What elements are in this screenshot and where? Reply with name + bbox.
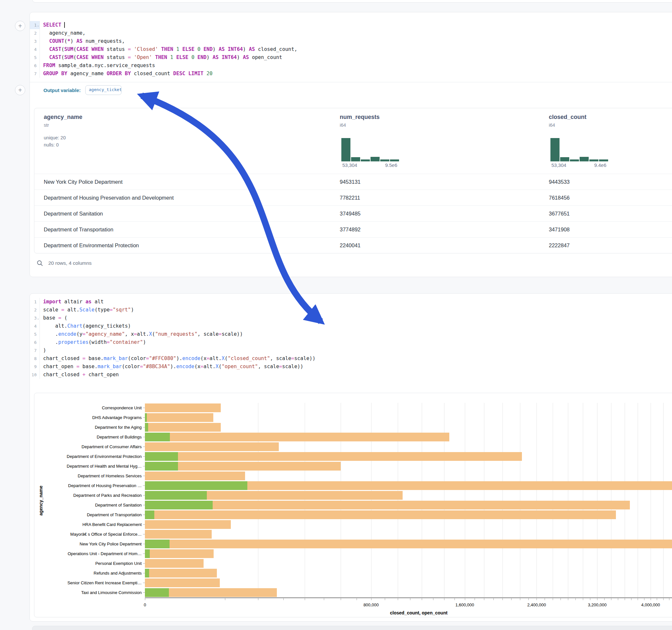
python-line[interactable]: 4 alt.Chart(agency_tickets) [30, 322, 646, 330]
python-line[interactable]: 7) [30, 346, 646, 355]
bar-closed-count[interactable] [145, 579, 220, 587]
y-axis-label: Department of Health and Mental Hyg… [67, 464, 142, 468]
python-code-editor[interactable]: 1import altair as alt2scale = alt.Scale(… [30, 298, 646, 379]
bar-open-count[interactable] [145, 462, 178, 470]
notebook-page: + + 1⌄SELECT 2 agency_name,3 COUNT(*) AS… [0, 0, 672, 630]
gridline [597, 403, 597, 597]
bar-open-count[interactable] [145, 481, 247, 490]
fold-spacer [37, 371, 40, 379]
text-cursor [64, 22, 65, 28]
sql-line[interactable]: 3 COUNT(*) AS num_requests, [30, 37, 646, 45]
bar-closed-count[interactable] [145, 423, 221, 432]
bar-closed-count[interactable] [145, 559, 203, 568]
line-number: 5 [30, 330, 37, 338]
bar-open-count[interactable] [145, 588, 169, 597]
bar-closed-count[interactable] [145, 442, 279, 451]
x-tick [611, 598, 611, 600]
bar-open-count[interactable] [145, 433, 170, 441]
add-cell-button[interactable]: + [15, 85, 25, 95]
bar-closed-count[interactable] [145, 530, 212, 539]
sql-line[interactable]: 1⌄SELECT [30, 21, 646, 29]
x-axis-tick-label: 3,200,000 [588, 602, 606, 607]
next-cell-edge [32, 626, 672, 630]
gridline [638, 403, 638, 597]
bar-closed-count[interactable] [145, 510, 616, 519]
x-axis-tick-label: 2,400,000 [527, 602, 546, 607]
y-axis-title: agency_name [38, 485, 44, 516]
x-tick [422, 598, 422, 600]
output-variable-pill[interactable]: agency_tickets [85, 85, 122, 95]
chart-output-card: Correspondence UnitDHS Advantage Program… [34, 393, 672, 617]
fold-chevron-icon[interactable]: ⌄ [37, 314, 40, 322]
line-number-gutter: 3 [30, 37, 40, 45]
x-tick [398, 598, 398, 600]
bar-closed-count[interactable] [145, 539, 672, 548]
x-tick [604, 598, 605, 600]
bar-open-count[interactable] [145, 510, 154, 519]
sql-line[interactable]: 5 CAST(SUM(CASE WHEN status = 'Open' THE… [30, 53, 646, 62]
bar-open-count[interactable] [145, 452, 178, 461]
bar-open-count[interactable] [145, 491, 207, 500]
fold-spacer [37, 355, 40, 363]
y-axis-label: DHS Advantage Programs [92, 415, 142, 420]
python-line[interactable]: 5 .encode(y="agency_name", x=alt.X("num_… [30, 330, 646, 338]
bar-closed-count[interactable] [145, 569, 217, 578]
y-axis-label: Mayorâ€ s Office of Special Enforce… [70, 532, 142, 537]
table-row[interactable]: Department of Housing Preservation and D… [34, 190, 672, 206]
code-line-text: import altair as alt [43, 298, 104, 306]
bar-open-count[interactable] [145, 569, 149, 578]
bar-open-count[interactable] [145, 549, 150, 558]
bar-open-count[interactable] [145, 423, 148, 432]
sql-code-editor[interactable]: 1⌄SELECT 2 agency_name,3 COUNT(*) AS num… [30, 21, 646, 78]
bar-closed-count[interactable] [145, 549, 214, 558]
python-line[interactable]: 1import altair as alt [30, 298, 646, 306]
bar-closed-count[interactable] [145, 433, 449, 441]
fold-chevron-icon[interactable]: ⌄ [37, 21, 40, 29]
column-header[interactable]: closed_count [549, 114, 586, 121]
table-row[interactable]: Department of Transportation377489234719… [34, 221, 672, 238]
x-tick [494, 598, 494, 600]
y-axis-label: Refunds and Adjustments [94, 571, 142, 576]
line-number: 1 [30, 298, 37, 306]
python-line[interactable]: 6 .properties(width="container") [30, 338, 646, 346]
table-row[interactable]: Department of Sanitation37494853677651 [34, 205, 672, 222]
bar-closed-count[interactable] [145, 413, 213, 422]
bar-closed-count[interactable] [145, 471, 245, 480]
python-line[interactable]: 9chart_open = base.mark_bar(color="#8BC3… [30, 363, 646, 371]
y-axis-label: Department of Environmental Protection [67, 454, 142, 459]
line-number-gutter: 2 [30, 306, 40, 314]
code-line-text: .encode(y="agency_name", x=alt.X("num_re… [43, 330, 243, 338]
table-row[interactable]: Department of Environmental Protection22… [34, 237, 672, 253]
bar-closed-count[interactable] [145, 404, 221, 412]
x-tick [520, 598, 520, 600]
bar-open-count[interactable] [145, 539, 170, 548]
sql-line[interactable]: 7GROUP BY agency_name ORDER BY closed_co… [30, 70, 646, 78]
table-cell: 2240041 [340, 238, 360, 253]
column-header[interactable]: agency_name [44, 114, 82, 121]
table-cell: 3471908 [549, 222, 570, 238]
sql-line[interactable]: 4 CAST(SUM(CASE WHEN status = 'Closed' T… [30, 45, 646, 53]
sql-line[interactable]: 2 agency_name, [30, 29, 646, 37]
python-line[interactable]: 8chart_closed = base.mark_bar(color="#FF… [30, 355, 646, 363]
table-cell: New York City Police Department [44, 174, 123, 190]
table-row[interactable]: New York City Police Department945313194… [34, 174, 672, 190]
sql-line[interactable]: 6FROM sample_data.nyc.service_requests [30, 62, 646, 70]
line-number-gutter: 10 [30, 371, 40, 379]
gridline [465, 403, 465, 597]
column-histogram [341, 138, 400, 162]
column-header[interactable]: num_requests [340, 114, 380, 121]
bar-open-count[interactable] [145, 501, 213, 509]
python-line[interactable]: 2scale = alt.Scale(type="sqrt") [30, 306, 646, 314]
histogram-min-label: 53,304 [551, 162, 566, 168]
bar-open-count[interactable] [145, 413, 147, 422]
python-line[interactable]: 3⌄base = ( [30, 314, 646, 322]
python-line[interactable]: 10chart_closed + chart_open [30, 371, 646, 379]
line-number: 6 [30, 338, 37, 346]
add-cell-button[interactable]: + [15, 21, 25, 31]
search-icon[interactable] [37, 260, 43, 266]
bar-closed-count[interactable] [145, 520, 231, 529]
bar-closed-count[interactable] [145, 501, 630, 509]
code-line-text: scale = alt.Scale(type="sqrt") [43, 306, 134, 314]
fold-spacer [37, 298, 40, 306]
bar-closed-count[interactable] [145, 452, 522, 461]
